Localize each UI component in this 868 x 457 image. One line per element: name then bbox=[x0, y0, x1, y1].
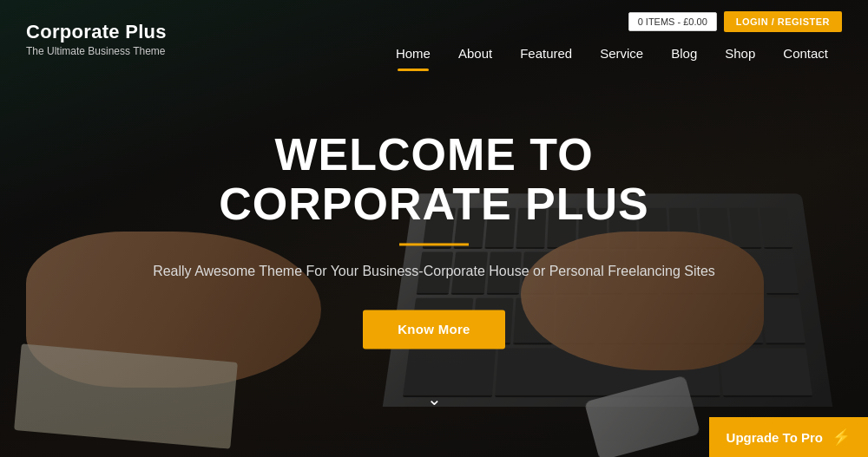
hero-section: Corporate Plus The Ultimate Business The… bbox=[0, 0, 868, 457]
brand-name[interactable]: Corporate Plus bbox=[26, 21, 167, 43]
cart-badge[interactable]: 0 ITEMS - £0.00 bbox=[628, 12, 717, 31]
header-top-bar: 0 ITEMS - £0.00 LOGIN / REGISTER bbox=[628, 11, 842, 32]
hero-content: WELCOME TO CORPORATE PLUS Really Awesome… bbox=[130, 130, 738, 349]
nav-item-home[interactable]: Home bbox=[382, 39, 444, 68]
brand-tagline: The Ultimate Business Theme bbox=[26, 45, 167, 57]
nav-item-service[interactable]: Service bbox=[586, 39, 657, 68]
upgrade-icon: ⚡ bbox=[832, 428, 851, 447]
header-right: 0 ITEMS - £0.00 LOGIN / REGISTER Home Ab… bbox=[382, 11, 842, 68]
upgrade-label: Upgrade To Pro bbox=[727, 430, 823, 445]
main-nav: Home About Featured Service Blog Shop Co… bbox=[382, 39, 842, 68]
login-register-button[interactable]: LOGIN / REGISTER bbox=[724, 11, 842, 32]
nav-item-contact[interactable]: Contact bbox=[769, 39, 842, 68]
nav-item-blog[interactable]: Blog bbox=[657, 39, 711, 68]
know-more-button[interactable]: Know More bbox=[363, 310, 505, 349]
nav-item-featured[interactable]: Featured bbox=[506, 39, 586, 68]
upgrade-banner[interactable]: Upgrade To Pro ⚡ bbox=[709, 417, 868, 457]
nav-item-shop[interactable]: Shop bbox=[711, 39, 769, 68]
hero-subtitle: Really Awesome Theme For Your Business-C… bbox=[130, 261, 738, 282]
header: Corporate Plus The Ultimate Business The… bbox=[0, 0, 868, 78]
hero-title: WELCOME TO CORPORATE PLUS bbox=[130, 130, 738, 229]
nav-item-about[interactable]: About bbox=[444, 39, 506, 68]
scroll-down-arrow[interactable]: ⌄ bbox=[427, 388, 442, 409]
brand: Corporate Plus The Ultimate Business The… bbox=[26, 21, 167, 57]
hero-divider bbox=[399, 243, 469, 245]
